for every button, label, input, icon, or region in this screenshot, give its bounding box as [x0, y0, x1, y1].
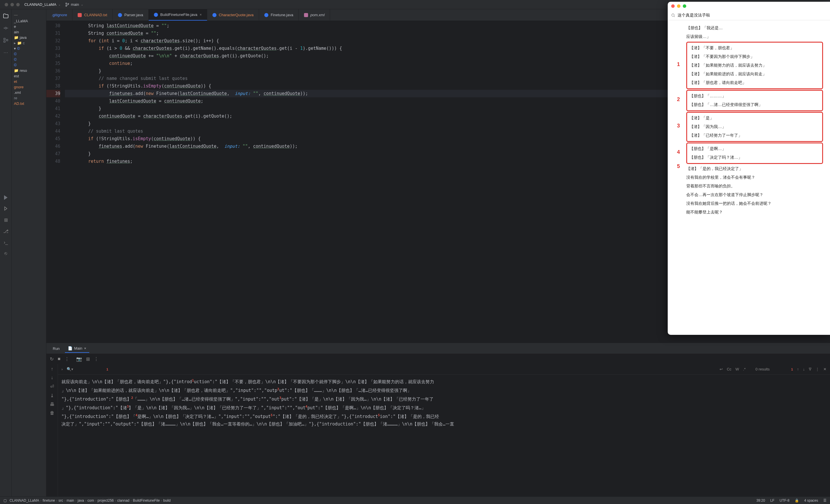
file-encoding[interactable]: UTF-8	[779, 499, 790, 503]
note-line: 应该留级…」	[686, 32, 823, 41]
structure-icon[interactable]	[3, 37, 9, 43]
commit-icon[interactable]	[3, 25, 9, 31]
stop-icon[interactable]: ■	[58, 356, 61, 362]
project-view-icon[interactable]	[3, 13, 9, 19]
close-icon[interactable]: ✕	[823, 367, 827, 371]
notes-search-input[interactable]	[677, 13, 827, 18]
rerun-icon[interactable]: ↻	[50, 356, 54, 362]
indent-info[interactable]: 4 spaces	[804, 499, 818, 503]
editor-tab[interactable]: .gitignore	[46, 9, 72, 21]
add-icon[interactable]: ⊞	[86, 356, 90, 362]
tree-item[interactable]: ain	[11, 29, 46, 35]
breadcrumb[interactable]: CLANNAD_LLaMA › finetune › src › main › …	[9, 499, 171, 503]
next-match-icon[interactable]: ↓	[803, 367, 805, 371]
print-icon[interactable]: 🖶	[50, 402, 55, 407]
tree-item[interactable]: 📁 java	[11, 35, 46, 40]
readonly-icon[interactable]: 🔒	[795, 499, 799, 503]
editor-tab[interactable]: CharacterQuote.java	[207, 9, 259, 21]
run-tab-run[interactable]: Run	[50, 345, 63, 352]
trash-icon[interactable]: 🗑	[50, 410, 55, 416]
caret-position[interactable]: 39:20	[756, 499, 765, 503]
project-tree[interactable]: — _LLaMA e ain 📁 java ▸ 📁 c ▾ © © © © 📁 …	[11, 9, 46, 497]
prev-match-icon[interactable]: ↑	[797, 367, 799, 371]
editor-tab[interactable]: Finetune.java	[259, 9, 299, 21]
breadcrumb-segment[interactable]: clannad	[117, 499, 130, 503]
debug-icon[interactable]	[3, 206, 9, 211]
tree-item[interactable]: ©	[11, 51, 46, 57]
whole-word-button[interactable]: W	[736, 367, 739, 371]
close-window-icon[interactable]	[5, 3, 8, 6]
tree-item[interactable]: 📁 reso	[11, 68, 46, 73]
breadcrumb-segment[interactable]: project256	[97, 499, 114, 503]
tree-item[interactable]: .xml	[11, 90, 46, 95]
up-icon[interactable]: ↑	[51, 366, 53, 372]
close-icon[interactable]: ×	[200, 13, 202, 17]
wrap-icon[interactable]: ⏎	[50, 384, 54, 389]
dots-icon[interactable]: ⋮	[65, 356, 69, 362]
collapse-button[interactable]: —	[11, 11, 46, 18]
project-dropdown[interactable]: CLANNAD_LLaMA⌄	[24, 2, 61, 7]
build-icon[interactable]: ⊞	[4, 217, 8, 223]
search-icon[interactable]: 🔍▾	[67, 367, 73, 371]
tab-label: CharacterQuote.java	[219, 13, 254, 17]
expand-icon[interactable]: ›	[61, 367, 63, 371]
notifications-icon[interactable]: ☰	[823, 499, 827, 503]
close-icon[interactable]: ×	[84, 346, 86, 350]
minimize-window-icon[interactable]	[677, 4, 680, 8]
filter-icon[interactable]: ∇	[809, 367, 811, 371]
breadcrumb-segment[interactable]: java	[78, 499, 84, 503]
line-separator[interactable]: LF	[770, 499, 774, 503]
history-icon[interactable]: ↩	[720, 367, 723, 371]
tree-item[interactable]: est	[11, 73, 46, 79]
more-icon[interactable]: ⋮	[94, 356, 99, 362]
window-controls[interactable]	[5, 3, 20, 6]
maximize-window-icon[interactable]	[16, 3, 20, 6]
tree-item[interactable]: AD.txt	[11, 101, 46, 106]
note-line: 【渚】「不要因为那个就停下脚步」	[690, 53, 820, 61]
breadcrumb-segment[interactable]: src	[59, 499, 63, 503]
run-tab-main[interactable]: 📄 Main ×	[65, 344, 89, 353]
notes-search-bar[interactable]	[668, 10, 830, 20]
tree-item[interactable]: ▸ 📁 c	[11, 40, 46, 46]
editor-tab[interactable]: pom.xml	[299, 9, 330, 21]
notes-window[interactable]: 【朋也】「我还是…应该留级…」【渚】「不要，朋也君」【渚】「不要因为那个就停下脚…	[668, 2, 830, 335]
tree-item[interactable]: re	[11, 95, 46, 101]
scroll-icon[interactable]: ⤓	[50, 393, 54, 398]
tree-root[interactable]: _LLaMA	[11, 18, 46, 24]
minimize-window-icon[interactable]	[10, 3, 14, 6]
git-branch-dropdown[interactable]: main⌄	[65, 2, 83, 7]
editor-tab[interactable]: Parser.java	[113, 9, 149, 21]
breadcrumb-segment[interactable]: main	[67, 499, 74, 503]
tab-label: Parser.java	[124, 13, 143, 17]
close-window-icon[interactable]	[671, 4, 675, 8]
terminal-icon[interactable]: ›_	[4, 240, 8, 245]
run-icon[interactable]	[4, 195, 7, 200]
tree-item[interactable]: ©	[11, 57, 46, 62]
more-icon[interactable]: ⋮	[816, 367, 819, 371]
console-output[interactable]: 就应该向前走」\n\n【渚】「朋也君，请向前走吧」"},{"introd1uct…	[58, 374, 830, 497]
breadcrumb-segment[interactable]: CLANNAD_LLaMA	[9, 499, 39, 503]
match-case-button[interactable]: Cc	[727, 367, 731, 371]
tree-item[interactable]: et	[11, 79, 46, 84]
down-icon[interactable]: ↓	[51, 375, 53, 380]
editor-tab[interactable]: CLANNAD.txt	[72, 9, 113, 21]
breadcrumb-segment[interactable]: BuildFinetuneFile	[133, 499, 160, 503]
tree-item[interactable]: ▾ ©	[11, 46, 46, 51]
tree-item[interactable]: gnore	[11, 84, 46, 90]
breadcrumb-segment[interactable]: com	[88, 499, 94, 503]
camera-icon[interactable]: 📷	[76, 356, 82, 362]
regex-button[interactable]: .*	[743, 367, 746, 371]
note-line: 【渚】「因为我…」	[690, 123, 820, 131]
breadcrumb-segment[interactable]: finetune	[42, 499, 55, 503]
tree-item[interactable]: e	[11, 24, 46, 29]
notes-titlebar[interactable]	[668, 2, 830, 10]
more-icon[interactable]: ⋯	[3, 49, 9, 56]
breadcrumb-segment[interactable]: build	[163, 499, 170, 503]
vcs-icon[interactable]: ⎋	[4, 251, 7, 256]
editor-tab[interactable]: BuildFinetuneFile.java ×	[149, 9, 207, 21]
git-icon[interactable]: ⎇	[3, 229, 8, 234]
maximize-window-icon[interactable]	[683, 4, 686, 8]
notes-content[interactable]: 【朋也】「我还是…应该留级…」【渚】「不要，朋也君」【渚】「不要因为那个就停下脚…	[668, 20, 830, 335]
tree-item[interactable]: ©	[11, 62, 46, 68]
svg-point-0	[65, 3, 67, 4]
